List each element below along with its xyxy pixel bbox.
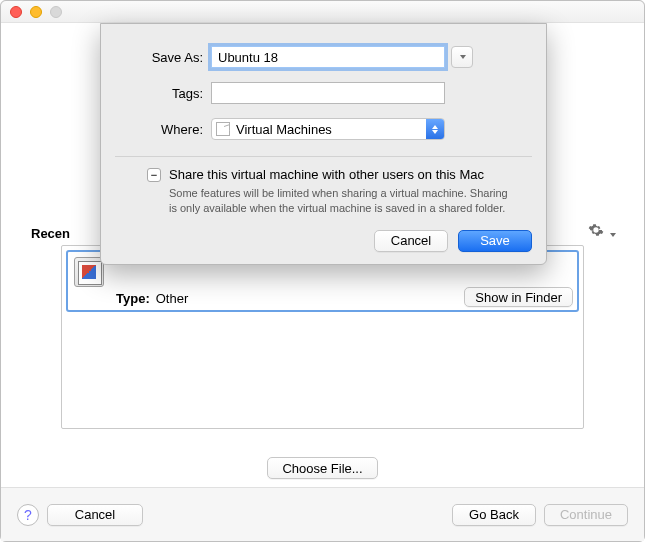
vm-icon bbox=[74, 257, 104, 287]
minimize-window-icon[interactable] bbox=[30, 6, 42, 18]
chevron-down-icon bbox=[610, 233, 616, 237]
divider bbox=[115, 156, 532, 157]
share-label: Share this virtual machine with other us… bbox=[169, 167, 484, 182]
titlebar bbox=[1, 1, 644, 23]
type-value: Other bbox=[156, 291, 189, 306]
sheet-cancel-button[interactable]: Cancel bbox=[374, 230, 448, 252]
type-label: Type: bbox=[116, 291, 150, 306]
recent-section-label: Recen bbox=[31, 226, 70, 241]
share-checkbox[interactable]: − bbox=[147, 168, 161, 182]
cancel-button[interactable]: Cancel bbox=[47, 504, 143, 526]
zoom-window-icon bbox=[50, 6, 62, 18]
popup-arrows-icon bbox=[426, 119, 444, 139]
content-area: Recen Type: Other Show in Finder Choose … bbox=[1, 23, 644, 541]
save-sheet: Save As: Tags: Where: Virtual Machines bbox=[100, 23, 547, 265]
chevron-down-icon bbox=[460, 55, 466, 59]
where-select[interactable]: Virtual Machines bbox=[211, 118, 445, 140]
main-window: Recen Type: Other Show in Finder Choose … bbox=[0, 0, 645, 542]
sheet-save-button[interactable]: Save bbox=[458, 230, 532, 252]
folder-icon bbox=[216, 122, 230, 136]
choose-file-row: Choose File... bbox=[1, 457, 644, 479]
choose-file-button[interactable]: Choose File... bbox=[267, 457, 377, 479]
continue-button: Continue bbox=[544, 504, 628, 526]
where-value: Virtual Machines bbox=[236, 122, 332, 137]
mixed-state-icon: − bbox=[151, 170, 157, 181]
recent-options-button[interactable] bbox=[588, 222, 616, 241]
go-back-button[interactable]: Go Back bbox=[452, 504, 536, 526]
help-button[interactable]: ? bbox=[17, 504, 39, 526]
tags-label: Tags: bbox=[101, 86, 211, 101]
bottom-toolbar: ? Cancel Go Back Continue bbox=[1, 487, 644, 541]
tags-input[interactable] bbox=[211, 82, 445, 104]
expand-sheet-button[interactable] bbox=[451, 46, 473, 68]
gear-icon bbox=[588, 222, 604, 238]
share-detail-text: Some features will be limited when shari… bbox=[101, 182, 546, 216]
help-icon: ? bbox=[24, 507, 32, 523]
save-as-label: Save As: bbox=[101, 50, 211, 65]
recent-list: Type: Other Show in Finder bbox=[61, 245, 584, 429]
close-window-icon[interactable] bbox=[10, 6, 22, 18]
save-as-input[interactable] bbox=[211, 46, 445, 68]
show-in-finder-button[interactable]: Show in Finder bbox=[464, 287, 573, 307]
where-label: Where: bbox=[101, 122, 211, 137]
